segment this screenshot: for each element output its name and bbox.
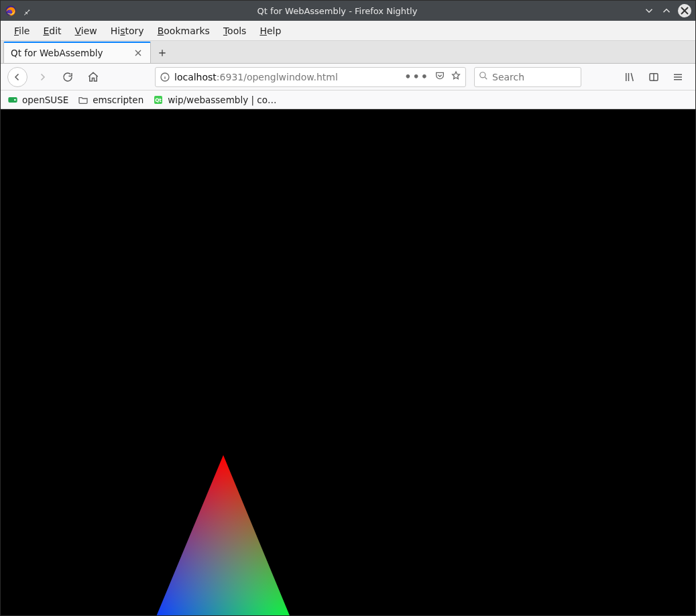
- bookmark-emscripten[interactable]: emscripten: [78, 95, 143, 105]
- navbar: localhost:6931/openglwindow.html •••: [1, 64, 695, 90]
- urlbar[interactable]: localhost:6931/openglwindow.html •••: [155, 67, 466, 87]
- back-button[interactable]: [7, 67, 27, 87]
- opengl-triangle: [1, 109, 695, 615]
- page-actions-button[interactable]: •••: [404, 70, 429, 83]
- page-content[interactable]: [1, 109, 695, 615]
- bookmark-star-icon[interactable]: [451, 70, 461, 84]
- qt-icon: Qt: [153, 95, 164, 105]
- svg-rect-4: [8, 97, 17, 103]
- menu-file[interactable]: File: [7, 21, 36, 40]
- folder-icon: [78, 95, 89, 105]
- search-icon: [479, 70, 488, 83]
- tabstrip: Qt for WebAssembly: [1, 41, 695, 64]
- bookmarks-toolbar: openSUSE emscripten Qt wip/webassembly |…: [1, 90, 695, 109]
- window-title: Qt for WebAssembly - Firefox Nightly: [37, 6, 638, 16]
- menu-view[interactable]: View: [68, 21, 104, 40]
- bookmark-wip-webassembly[interactable]: Qt wip/webassembly | co…: [153, 95, 276, 105]
- menu-edit[interactable]: Edit: [36, 21, 68, 40]
- titlebar[interactable]: Qt for WebAssembly - Firefox Nightly: [1, 1, 695, 21]
- bookmark-label: openSUSE: [22, 95, 68, 105]
- opensuse-icon: [7, 95, 18, 105]
- svg-text:Qt: Qt: [155, 97, 162, 103]
- forward-button[interactable]: [32, 66, 53, 88]
- firefox-nightly-icon: [5, 5, 17, 17]
- urlbar-path: :6931/openglwindow.html: [217, 72, 338, 82]
- hamburger-menu-button[interactable]: [667, 66, 689, 88]
- home-button[interactable]: [82, 66, 104, 88]
- pocket-icon[interactable]: [434, 70, 445, 84]
- menu-help[interactable]: Help: [253, 21, 288, 40]
- urlbar-host: localhost: [174, 72, 217, 82]
- window-maximize-button[interactable]: [660, 5, 673, 17]
- searchbar[interactable]: [474, 67, 581, 87]
- reload-button[interactable]: [57, 66, 78, 88]
- menubar: File Edit View History Bookmarks Tools H…: [1, 21, 695, 41]
- window-close-button[interactable]: [678, 4, 691, 17]
- bookmark-label: emscripten: [93, 95, 143, 105]
- pin-icon[interactable]: [22, 6, 32, 15]
- tab-title: Qt for WebAssembly: [11, 48, 127, 58]
- tab-active[interactable]: Qt for WebAssembly: [3, 42, 151, 63]
- app-window: Qt for WebAssembly - Firefox Nightly Fil…: [0, 0, 696, 616]
- new-tab-button[interactable]: [151, 43, 174, 63]
- bookmark-label: wip/webassembly | co…: [168, 95, 276, 105]
- tab-close-button[interactable]: [133, 48, 143, 58]
- menu-bookmarks[interactable]: Bookmarks: [151, 21, 217, 40]
- sidebar-button[interactable]: [643, 66, 664, 88]
- menu-history[interactable]: History: [104, 21, 151, 40]
- urlbar-text: localhost:6931/openglwindow.html: [174, 72, 400, 82]
- search-input[interactable]: [492, 72, 609, 82]
- svg-marker-11: [156, 455, 294, 615]
- window-minimize-button[interactable]: [643, 5, 655, 17]
- library-button[interactable]: [619, 66, 640, 88]
- site-info-icon[interactable]: [160, 72, 170, 82]
- bookmark-opensuse[interactable]: openSUSE: [7, 95, 68, 105]
- svg-point-2: [480, 72, 485, 78]
- svg-point-5: [14, 99, 16, 101]
- menu-tools[interactable]: Tools: [217, 21, 253, 40]
